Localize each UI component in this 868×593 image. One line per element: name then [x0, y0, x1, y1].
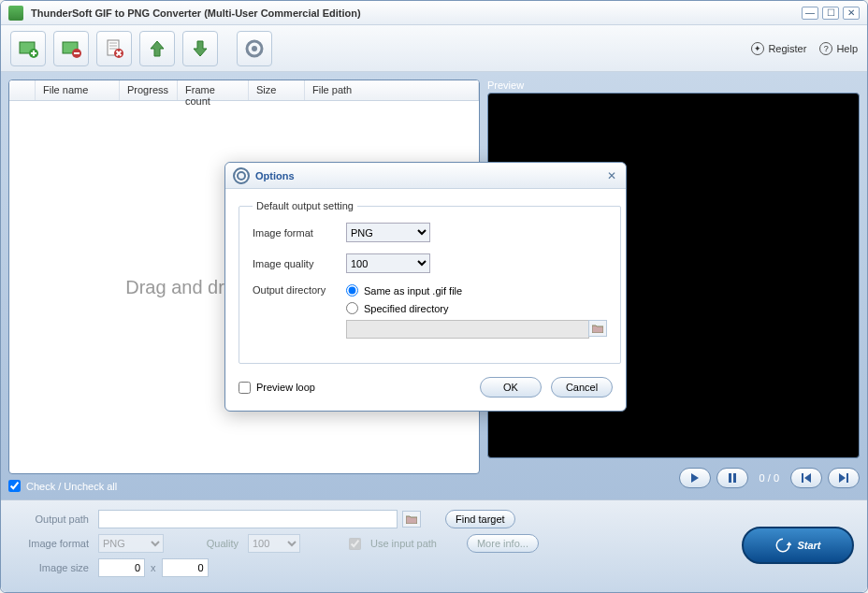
col-check[interactable]: [9, 80, 36, 100]
register-link[interactable]: ✦Register: [751, 42, 806, 55]
radio-specified-dir[interactable]: Specified directory: [346, 302, 607, 314]
start-button[interactable]: Start: [742, 527, 854, 564]
use-input-path-label: Use input path: [370, 538, 437, 549]
col-progress[interactable]: Progress: [120, 80, 178, 100]
remove-file-button[interactable]: [53, 31, 89, 66]
col-filepath[interactable]: File path: [305, 80, 479, 100]
list-header: File name Progress Frame count Size File…: [9, 80, 479, 101]
dlg-image-quality-label: Image quality: [253, 258, 346, 269]
clear-list-button[interactable]: [96, 31, 132, 66]
quality-label: Quality: [194, 538, 239, 549]
preview-loop-toggle[interactable]: Preview loop: [239, 382, 470, 394]
add-file-button[interactable]: [10, 31, 46, 66]
cancel-button[interactable]: Cancel: [551, 377, 613, 398]
player-controls: 0 / 0: [487, 464, 860, 492]
image-format-select: PNG: [98, 534, 164, 553]
radio-same-as-input[interactable]: Same as input .gif file: [346, 284, 607, 296]
output-form: Output path Find target Image format PNG…: [14, 510, 742, 583]
help-link[interactable]: ?Help: [819, 42, 858, 55]
svg-rect-8: [729, 473, 731, 483]
register-icon: ✦: [751, 42, 764, 55]
check-all-toggle[interactable]: Check / Uncheck all: [8, 480, 480, 492]
titlebar: ThunderSoft GIF to PNG Converter (Multi-…: [1, 1, 867, 25]
col-filename[interactable]: File name: [36, 80, 120, 100]
svg-rect-11: [846, 473, 848, 483]
svg-point-7: [252, 46, 257, 51]
window-title: ThunderSoft GIF to PNG Converter (Multi-…: [31, 7, 798, 19]
svg-rect-10: [802, 473, 803, 483]
move-down-button[interactable]: [182, 31, 218, 66]
dialog-close-button[interactable]: ✕: [605, 169, 618, 182]
image-format-label: Image format: [14, 538, 89, 549]
prev-frame-button[interactable]: [790, 468, 822, 488]
preview-label: Preview: [487, 80, 860, 91]
check-all-checkbox[interactable]: [8, 480, 21, 492]
settings-button[interactable]: [237, 31, 272, 66]
bottom-panel: Output path Find target Image format PNG…: [1, 499, 867, 592]
specified-dir-input: [346, 320, 589, 339]
next-frame-button[interactable]: [828, 468, 860, 488]
browse-output-button[interactable]: [402, 511, 421, 528]
options-dialog: Options ✕ Default output setting Image f…: [224, 162, 627, 412]
dialog-title: Options: [255, 170, 605, 181]
more-info-button: More info...: [467, 534, 539, 553]
quality-select: 100: [248, 534, 300, 553]
use-input-path-checkbox: [349, 538, 361, 550]
image-size-label: Image size: [14, 562, 89, 573]
play-button[interactable]: [679, 468, 711, 488]
output-path-label: Output path: [14, 513, 89, 525]
fieldset-legend: Default output setting: [253, 200, 357, 211]
image-width-input[interactable]: [98, 558, 145, 577]
dlg-output-dir-label: Output directory: [253, 284, 346, 296]
dlg-image-format-select[interactable]: PNG: [346, 223, 430, 242]
minimize-button[interactable]: —: [802, 7, 818, 20]
refresh-icon: [774, 537, 791, 554]
maximize-button[interactable]: ☐: [822, 7, 839, 20]
move-up-button[interactable]: [139, 31, 175, 66]
preview-loop-checkbox[interactable]: [239, 382, 251, 394]
default-output-fieldset: Default output setting Image format PNG …: [239, 200, 621, 364]
image-height-input[interactable]: [162, 558, 209, 577]
dlg-image-quality-select[interactable]: 100: [346, 253, 430, 273]
help-icon: ?: [819, 42, 832, 55]
browse-dir-button[interactable]: [588, 320, 607, 337]
app-icon: [8, 6, 23, 21]
frame-counter: 0 / 0: [760, 472, 779, 484]
col-size[interactable]: Size: [249, 80, 305, 100]
toolbar: ✦Register ?Help: [1, 25, 867, 72]
gear-icon: [233, 167, 250, 184]
find-target-button[interactable]: Find target: [445, 510, 515, 528]
output-path-input[interactable]: [98, 510, 398, 528]
ok-button[interactable]: OK: [480, 377, 542, 398]
close-button[interactable]: ✕: [843, 7, 860, 20]
col-framecount[interactable]: Frame count: [178, 80, 249, 100]
pause-button[interactable]: [716, 468, 748, 488]
svg-rect-9: [733, 473, 736, 483]
dlg-image-format-label: Image format: [253, 227, 346, 239]
dialog-titlebar: Options ✕: [225, 163, 626, 189]
